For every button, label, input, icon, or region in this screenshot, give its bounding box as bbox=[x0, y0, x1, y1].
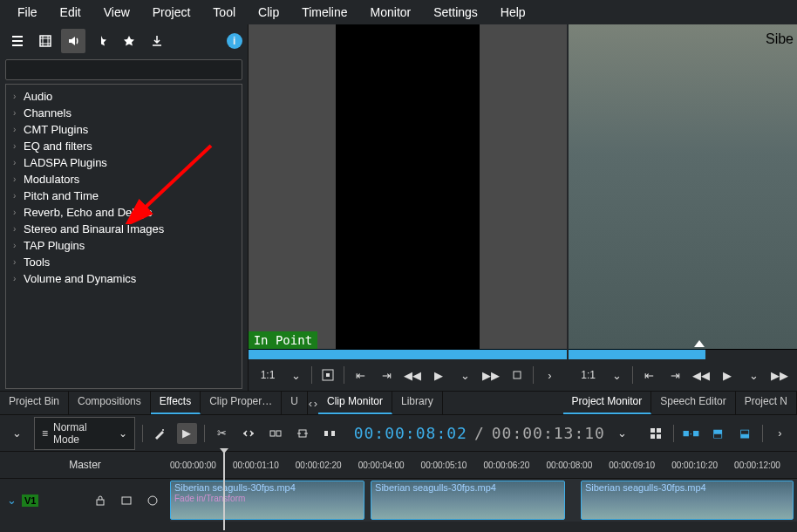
audio-icon[interactable] bbox=[61, 29, 85, 53]
menu-bar: File Edit View Project Tool Clip Timelin… bbox=[0, 0, 797, 24]
play-icon[interactable]: ▶ bbox=[428, 365, 449, 385]
timecode-position[interactable]: 00:00:08:02 bbox=[354, 424, 467, 442]
chevron-down-icon[interactable]: ⌄ bbox=[285, 365, 306, 385]
forward-icon[interactable]: ▶▶ bbox=[480, 365, 501, 385]
tree-item-modulators[interactable]: ›Modulators bbox=[6, 171, 242, 188]
wand-icon[interactable] bbox=[150, 423, 170, 444]
zoom-select[interactable]: 1:1 bbox=[255, 367, 281, 383]
grid-icon[interactable] bbox=[646, 423, 666, 444]
mix-icon[interactable]: ⬒ bbox=[708, 423, 728, 444]
list-icon[interactable] bbox=[5, 29, 30, 53]
tree-item-tap[interactable]: ›TAP Plugins bbox=[6, 237, 242, 254]
extract-icon[interactable] bbox=[320, 423, 340, 444]
tab-compositions[interactable]: Compositions bbox=[69, 392, 151, 414]
tree-item-stereo[interactable]: ›Stereo and Binaural Images bbox=[6, 221, 242, 237]
tree-item-eq[interactable]: ›EQ and filters bbox=[6, 138, 242, 154]
out-point-icon[interactable]: ⇥ bbox=[664, 365, 685, 385]
tree-item-pitch[interactable]: ›Pitch and Time bbox=[6, 188, 242, 204]
clip-monitor-ruler[interactable] bbox=[249, 349, 568, 359]
stop-fullscreen-icon[interactable] bbox=[317, 365, 338, 385]
tab-library[interactable]: Library bbox=[392, 392, 443, 414]
menu-edit[interactable]: Edit bbox=[50, 3, 92, 21]
timeline-clip[interactable]: Siberian seagulls-30fps.mp4 Fade in/Tran… bbox=[170, 481, 364, 520]
svg-point-5 bbox=[162, 429, 164, 431]
tab-project-monitor[interactable]: Project Monitor bbox=[563, 392, 652, 414]
edit-mode-select[interactable]: ≡ Normal Mode ⌄ bbox=[34, 417, 135, 450]
composite-icon[interactable]: ⬓ bbox=[735, 423, 755, 444]
mute-icon[interactable] bbox=[142, 490, 163, 511]
track-content[interactable]: Siberian seagulls-30fps.mp4 Fade in/Tran… bbox=[170, 479, 797, 522]
menu-timeline[interactable]: Timeline bbox=[291, 3, 358, 21]
info-icon[interactable]: i bbox=[227, 33, 242, 49]
timeline-ruler[interactable]: 00:00:00:00 00:00:01:10 00:00:02:20 00:0… bbox=[170, 452, 797, 478]
menu-tool[interactable]: Tool bbox=[202, 3, 246, 21]
tree-item-volume[interactable]: ›Volume and Dynamics bbox=[6, 270, 242, 287]
star-icon[interactable] bbox=[117, 29, 141, 53]
chevron-down-icon[interactable]: ⌄ bbox=[743, 365, 764, 385]
project-monitor-view[interactable]: Sibe bbox=[569, 24, 797, 349]
next-icon[interactable]: › bbox=[539, 365, 560, 385]
star-half-icon[interactable] bbox=[89, 29, 113, 53]
rewind-icon[interactable]: ◀◀ bbox=[402, 365, 423, 385]
in-point-icon[interactable]: ⇤ bbox=[350, 365, 371, 385]
menu-project[interactable]: Project bbox=[142, 3, 201, 21]
effects-search-input[interactable] bbox=[5, 59, 242, 80]
crop-icon[interactable] bbox=[507, 365, 528, 385]
tab-project-bin[interactable]: Project Bin bbox=[0, 392, 69, 414]
clip-title: Siberian seagulls-30fps.mp4 bbox=[582, 481, 793, 494]
rewind-icon[interactable]: ◀◀ bbox=[691, 365, 712, 385]
svg-rect-16 bbox=[122, 497, 131, 504]
chevron-down-icon[interactable]: ⌄ bbox=[7, 494, 17, 507]
next-icon[interactable]: › bbox=[770, 423, 790, 444]
chevron-down-icon[interactable]: ⌄ bbox=[454, 365, 475, 385]
film-icon[interactable] bbox=[116, 490, 137, 511]
overwrite-icon[interactable] bbox=[293, 423, 313, 444]
track-name-badge[interactable]: V1 bbox=[22, 494, 38, 507]
menu-clip[interactable]: Clip bbox=[248, 3, 290, 21]
tree-item-cmt[interactable]: ›CMT Plugins bbox=[6, 121, 242, 138]
out-point-icon[interactable]: ⇥ bbox=[376, 365, 397, 385]
tab-undo[interactable]: U bbox=[282, 392, 308, 414]
zoom-select[interactable]: 1:1 bbox=[576, 367, 601, 383]
svg-rect-4 bbox=[514, 372, 521, 379]
tab-effects[interactable]: Effects bbox=[151, 392, 201, 414]
pointer-icon[interactable]: ▶ bbox=[177, 423, 197, 444]
playhead[interactable] bbox=[223, 452, 225, 530]
menu-monitor[interactable]: Monitor bbox=[360, 3, 422, 21]
tab-clip-properties[interactable]: Clip Proper… bbox=[201, 392, 282, 414]
menu-file[interactable]: File bbox=[7, 3, 48, 21]
insert-icon[interactable] bbox=[266, 423, 286, 444]
in-point-icon[interactable]: ⇤ bbox=[638, 365, 659, 385]
timeline-clip[interactable]: Siberian seagulls-30fps.mp4 bbox=[581, 481, 794, 520]
master-track-label[interactable]: Master bbox=[0, 452, 170, 478]
clip-monitor-view[interactable]: In Point bbox=[249, 24, 568, 349]
chevron-down-icon[interactable]: ⌄ bbox=[612, 423, 632, 444]
forward-icon[interactable]: ▶▶ bbox=[769, 365, 790, 385]
svg-rect-9 bbox=[324, 431, 328, 436]
chevron-down-icon[interactable]: ⌄ bbox=[7, 423, 27, 444]
project-monitor-ruler[interactable] bbox=[569, 349, 797, 359]
tree-item-tools[interactable]: ›Tools bbox=[6, 254, 242, 270]
menu-help[interactable]: Help bbox=[490, 3, 536, 21]
menu-view[interactable]: View bbox=[93, 3, 140, 21]
timeline: Master 00:00:00:00 00:00:01:10 00:00:02:… bbox=[0, 452, 797, 532]
track-header[interactable]: ⌄ V1 bbox=[0, 479, 170, 522]
chevron-down-icon[interactable]: ⌄ bbox=[606, 365, 627, 385]
play-icon[interactable]: ▶ bbox=[717, 365, 738, 385]
cut-icon[interactable]: ✂ bbox=[212, 423, 232, 444]
timeline-clip[interactable]: Siberian seagulls-30fps.mp4 bbox=[371, 481, 565, 520]
film-icon[interactable] bbox=[33, 29, 58, 53]
tree-item-reverb[interactable]: ›Reverb, Echo and Delays bbox=[6, 204, 242, 221]
tab-clip-monitor[interactable]: Clip Monitor bbox=[318, 392, 392, 414]
align-icon[interactable]: ■·■ bbox=[681, 423, 701, 444]
download-icon[interactable] bbox=[145, 29, 169, 53]
clip-monitor: In Point 1:1 ⌄ ⇤ ⇥ ◀◀ ▶ ⌄ ▶▶ › bbox=[249, 24, 568, 391]
tree-item-channels[interactable]: ›Channels bbox=[6, 105, 242, 121]
lock-icon[interactable] bbox=[90, 490, 111, 511]
tree-item-audio[interactable]: ›Audio bbox=[6, 88, 242, 105]
spacer-icon[interactable] bbox=[239, 423, 259, 444]
tab-project-notes[interactable]: Project N bbox=[736, 392, 797, 414]
tree-item-ladspa[interactable]: ›LADSPA Plugins bbox=[6, 154, 242, 171]
menu-settings[interactable]: Settings bbox=[423, 3, 488, 21]
tab-speech-editor[interactable]: Speech Editor bbox=[651, 392, 735, 414]
